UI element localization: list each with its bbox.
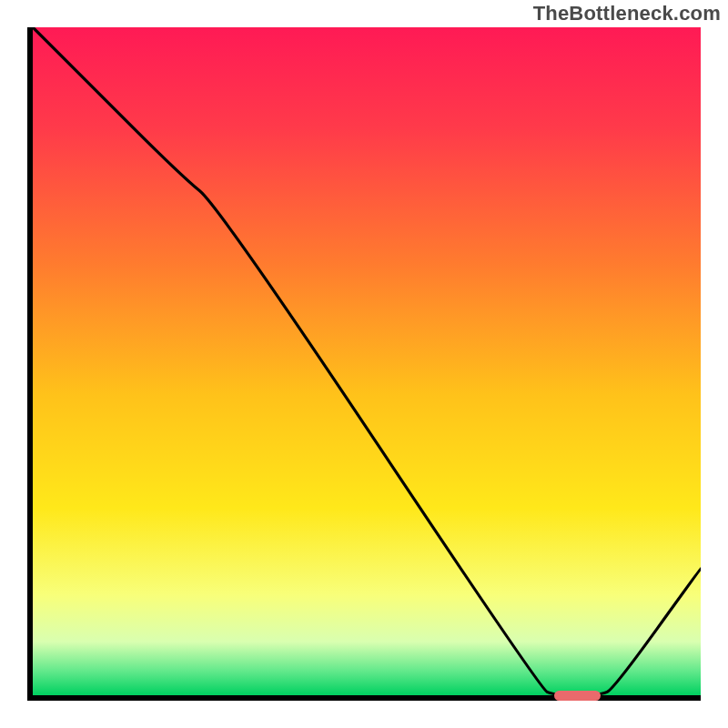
plot-area <box>33 27 701 695</box>
sweet-spot-marker <box>554 691 601 701</box>
bottleneck-curve-path <box>33 27 701 695</box>
watermark-text: TheBottleneck.com <box>533 2 721 25</box>
bottleneck-curve <box>33 27 701 695</box>
chart-frame: TheBottleneck.com <box>0 0 728 728</box>
